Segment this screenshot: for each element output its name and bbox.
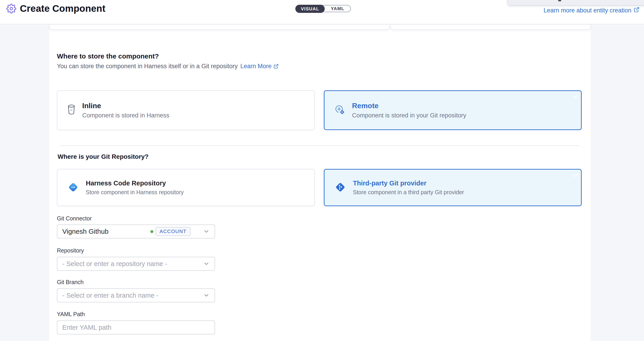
storage-option-remote-card[interactable]: Remote Component is stored in your Git r… <box>324 90 582 130</box>
git-branch-label: Git Branch <box>57 279 84 286</box>
yaml-path-input[interactable] <box>62 321 210 334</box>
cutoff-popover <box>507 0 644 6</box>
visual-yaml-toggle[interactable]: VISUAL YAML <box>295 5 351 12</box>
git-provider-icon <box>334 181 346 194</box>
chevron-down-icon <box>203 260 210 267</box>
learn-more-entity-creation-label: Learn more about entity creation <box>544 7 631 14</box>
harness-code-card-description: Store component in Harness repository <box>86 189 184 196</box>
chevron-down-icon <box>203 292 210 298</box>
collapsed-card-edge-right <box>390 25 591 30</box>
storage-question-subtitle: You can store the component in Harness i… <box>57 63 279 70</box>
storage-subtitle-text: You can store the component in Harness i… <box>57 63 238 70</box>
check-icon <box>572 172 579 178</box>
repository-placeholder: - Select or enter a repository name - <box>62 260 167 268</box>
svg-text:</>: </> <box>71 186 76 189</box>
toggle-yaml[interactable]: YAML <box>325 6 350 12</box>
git-connector-select[interactable]: Vignesh Github ACCOUNT <box>57 224 215 238</box>
third-party-card-description: Store component in a third party Git pro… <box>353 189 464 196</box>
git-option-third-party-card[interactable]: Third-party Git provider Store component… <box>324 169 582 206</box>
chevron-down-icon <box>203 228 210 235</box>
toggle-visual[interactable]: VISUAL <box>295 5 325 13</box>
git-branch-select[interactable]: - Select or enter a branch name - <box>57 288 215 302</box>
storage-option-inline-card[interactable]: ‹/› Inline Component is stored in Harnes… <box>57 90 315 130</box>
scope-badge: ACCOUNT <box>156 227 190 236</box>
inline-card-title: Inline <box>82 102 169 110</box>
repository-select[interactable]: - Select or enter a repository name - <box>57 257 215 271</box>
external-link-icon <box>274 64 279 69</box>
external-link-icon <box>634 7 640 14</box>
git-repo-question-heading: Where is your Git Repository? <box>58 153 148 160</box>
yaml-path-field <box>57 320 215 334</box>
storage-question-heading: Where to store the component? <box>57 52 159 60</box>
harness-code-card-title: Harness Code Repository <box>86 180 184 187</box>
remote-card-title: Remote <box>352 102 466 110</box>
storage-learn-more-link[interactable]: Learn More <box>240 63 278 70</box>
harness-code-icon: </> <box>67 181 80 194</box>
remote-store-icon <box>334 104 346 116</box>
page-header: Create Component VISUAL YAML Learn more … <box>0 0 644 24</box>
collapsed-card-edge-left <box>49 25 390 30</box>
inline-store-icon: ‹/› <box>67 104 76 116</box>
popover-dash <box>558 0 561 1</box>
git-connector-value: Vignesh Github <box>62 228 108 235</box>
git-connector-label: Git Connector <box>57 215 92 222</box>
third-party-card-title: Third-party Git provider <box>353 180 464 187</box>
learn-more-entity-creation-link[interactable]: Learn more about entity creation <box>544 7 640 14</box>
inline-card-description: Component is stored in Harness <box>82 112 169 119</box>
section-divider <box>60 146 579 146</box>
check-icon <box>572 93 579 100</box>
create-component-form-panel: Where to store the component? You can st… <box>49 25 591 341</box>
gear-icon <box>6 4 16 14</box>
git-branch-placeholder: - Select or enter a branch name - <box>62 292 158 299</box>
git-option-harness-code-card[interactable]: </> Harness Code Repository Store compon… <box>57 169 315 206</box>
connector-status-dot <box>150 230 153 233</box>
yaml-path-label: YAML Path <box>57 311 85 318</box>
remote-card-description: Component is stored in your Git reposito… <box>352 112 466 119</box>
repository-label: Repository <box>57 247 84 254</box>
svg-text:‹/›: ‹/› <box>70 108 73 111</box>
page-title: Create Component <box>20 3 106 14</box>
